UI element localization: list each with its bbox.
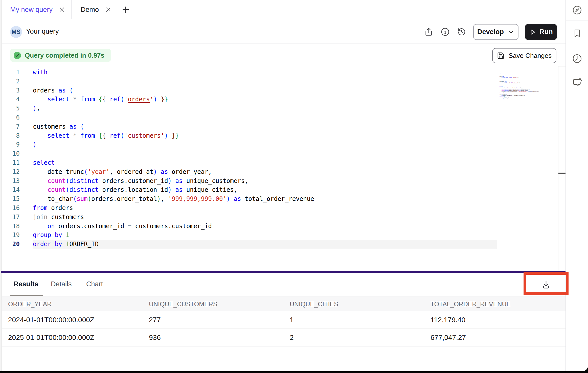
history-button[interactable] [457,27,466,36]
annotation-highlight-box [524,272,569,295]
results-table-header: ORDER_YEARUNIQUE_CUSTOMERSUNIQUE_CITIEST… [2,296,566,311]
line-number: 10 [2,149,20,158]
column-header: ORDER_YEAR [8,296,52,312]
code-line-text: join customers [33,213,84,222]
line-number: 4 [2,95,20,104]
line-number: 7 [2,122,20,131]
editor-minimap[interactable]: withorders as ( select * from {{ ref('or… [500,73,559,105]
tab-my-new-query[interactable]: My new query [2,0,72,19]
line-number: 19 [2,231,20,240]
code-line-text: order by 1ORDER_ID [33,240,99,249]
check-circle-icon [14,52,21,59]
tab-results[interactable]: Results [14,273,38,295]
new-tab-button[interactable] [119,5,132,14]
line-number: 5 [2,104,20,113]
code-line-17[interactable]: 17join customers [2,213,558,222]
table-row[interactable]: 2024-01-01T00:00:00.000Z2771112,179.40 [2,311,566,329]
close-icon[interactable] [58,6,66,13]
table-row[interactable]: 2025-01-01T00:00:00.000Z9362677,047.27 [2,329,566,346]
code-line-13[interactable]: 13 count(distinct orders.customer_id) as… [2,177,558,186]
code-line-text: on orders.customer_id = customers.custom… [33,222,212,231]
query-status-badge: Query completed in 0.97s [10,49,111,62]
current-line-highlight [33,240,496,249]
code-line-7[interactable]: 7customers as ( [2,122,558,131]
code-line-20[interactable]: 20order by 1ORDER_ID [2,240,558,249]
code-line-10[interactable]: 10 [2,149,558,158]
tab-details[interactable]: Details [51,273,72,295]
code-line-11[interactable]: 11select [2,158,558,168]
column-header: UNIQUE_CUSTOMERS [149,296,217,312]
code-line-text: count(distinct orders.customer_id) as un… [33,177,248,186]
code-line-4[interactable]: 4 select * from {{ ref('orders') }} [2,95,558,104]
bookmarks-button[interactable] [566,20,588,46]
code-line-text: select [33,158,55,168]
line-number: 11 [2,158,20,168]
table-cell: 936 [149,329,161,346]
code-line-19[interactable]: 19group by 1 [2,231,558,240]
run-button[interactable]: Run [525,24,557,40]
history-sidebar-button[interactable] [566,46,588,71]
table-cell: 2025-01-01T00:00:00.000Z [8,329,94,346]
code-line-text: select * from {{ ref('customers') }} [33,131,179,141]
line-number: 18 [2,222,20,231]
code-editor[interactable]: 1with23orders as (4 select * from {{ ref… [2,68,566,272]
code-line-text: count(distinct orders.location_id) as un… [33,185,237,195]
info-button[interactable] [441,27,450,36]
line-number: 9 [2,140,20,149]
ai-comment-button[interactable] [566,71,588,93]
sql-editor-panel: Query completed in 0.97s Save Changes 1w… [2,43,566,271]
tab-chart[interactable]: Chart [86,273,103,295]
develop-dropdown[interactable]: Develop [473,24,518,40]
table-cell: 1 [290,311,294,329]
code-line-6[interactable]: 6 [2,113,558,122]
tab-label: Demo [81,6,99,14]
code-line-16[interactable]: 16from orders [2,204,558,213]
code-line-text: to_char(sum(orders.order_total), '999,99… [33,195,314,204]
code-line-1[interactable]: 1with [2,68,558,77]
comment-sparkle-icon [572,77,582,87]
line-number: 14 [2,185,20,195]
develop-label: Develop [477,28,504,36]
code-line-text: customers as ( [33,122,84,131]
code-line-15[interactable]: 15 to_char(sum(orders.order_total), '999… [2,195,558,204]
run-label: Run [539,28,553,36]
tab-demo[interactable]: Demo [72,0,117,19]
code-line-8[interactable]: 8 select * from {{ ref('customers') }} [2,131,558,141]
table-cell: 277 [149,311,161,329]
code-line-5[interactable]: 5), [2,104,558,113]
query-title: Your query [26,19,59,43]
play-icon [529,29,536,36]
plus-icon [121,5,130,14]
line-number: 17 [2,213,20,222]
explore-button[interactable] [566,0,588,20]
code-line-text: date_trunc('year', ordered_at) as order_… [33,168,212,177]
bookmark-icon [572,29,582,38]
panel-divider[interactable] [1,271,566,273]
table-cell: 2024-01-01T00:00:00.000Z [8,311,94,329]
share-button[interactable] [424,27,433,36]
code-line-12[interactable]: 12 date_trunc('year', ordered_at) as ord… [2,168,558,177]
code-line-text: with [33,68,48,77]
line-number: 8 [2,131,20,141]
code-line-9[interactable]: 9) [2,140,558,149]
code-line-2[interactable]: 2 [2,77,558,86]
query-toolbar: MS Your query Develop Run [2,19,566,43]
line-number: 6 [2,113,20,122]
column-header: TOTAL_ORDER_REVENUE [431,296,511,312]
table-cell: 2 [290,329,294,346]
code-line-3[interactable]: 3orders as ( [2,86,558,95]
line-number: 16 [2,204,20,213]
editor-scrollbar-track[interactable] [558,66,566,271]
code-line-18[interactable]: 18 on orders.customer_id = customers.cus… [2,222,558,231]
code-line-text: ), [33,104,40,113]
save-icon [497,52,505,59]
history-icon [457,27,466,36]
save-changes-button[interactable]: Save Changes [492,48,556,63]
close-icon[interactable] [104,6,112,13]
column-header: UNIQUE_CITIES [290,296,338,312]
code-line-text: group by 1 [33,231,70,240]
code-line-14[interactable]: 14 count(distinct orders.location_id) as… [2,185,558,195]
chevron-down-icon [508,29,514,35]
code-line-text: select * from {{ ref('orders') }} [33,95,168,104]
line-number: 12 [2,168,20,177]
